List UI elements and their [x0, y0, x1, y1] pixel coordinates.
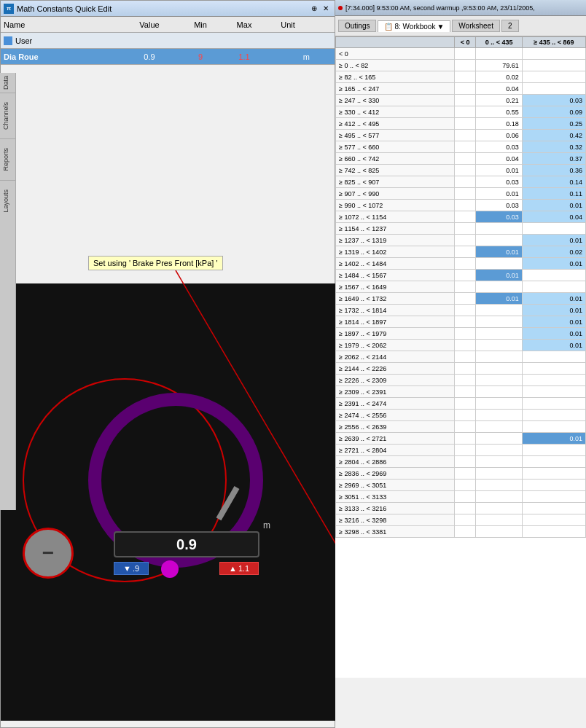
col2-cell: 0.25: [522, 118, 585, 130]
col2-cell: [522, 351, 585, 363]
col1-cell: 0.01: [476, 270, 522, 281]
data-table-container[interactable]: < 0 0 .. < 435 ≥ 435 .. < 869 < 0≥ 0 .. …: [335, 36, 586, 678]
col2-cell: 0.01: [522, 235, 585, 246]
table-row: ≥ 907 .. < 9900.010.11: [336, 188, 586, 200]
col2-cell: 0.01: [522, 340, 585, 351]
col0-cell: [454, 410, 476, 421]
col0-cell: [454, 316, 476, 328]
value-display[interactable]: 0.9: [114, 531, 259, 557]
col2-cell: 0.03: [522, 95, 585, 106]
row-max[interactable]: 1.1: [222, 52, 266, 61]
pin-button[interactable]: ⊕: [308, 3, 320, 15]
th-col1-text: 0 .. < 435: [485, 39, 513, 46]
row-name: Dia Roue: [4, 52, 120, 61]
window-title: Math Constants Quick Edit: [17, 4, 308, 13]
col1-cell: 0.06: [476, 130, 522, 141]
table-row: ≥ 825 .. < 9070.030.14: [336, 176, 586, 188]
col0-cell: [454, 281, 476, 293]
table-row: ≥ 660 .. < 7420.040.37: [336, 153, 586, 165]
table-row: ≥ 2804 .. < 2886: [336, 456, 586, 468]
col0-cell: [454, 258, 476, 270]
col2-cell: [522, 223, 585, 235]
th-col0: < 0: [454, 37, 476, 48]
table-row: ≥ 3133 .. < 3216: [336, 503, 586, 514]
col2-cell: 0.04: [522, 211, 585, 223]
col0-cell: [454, 48, 476, 60]
dia-roue-row[interactable]: Dia Roue 0.9 9 1.1 m: [1, 49, 335, 65]
minus-button[interactable]: −: [23, 528, 74, 579]
table-row: ≥ 2391 .. < 2474: [336, 398, 586, 410]
range-cell: ≥ 2391 .. < 2474: [336, 398, 455, 410]
tooltip: Set using ' Brake Pres Front [kPa] ': [88, 256, 223, 270]
col1-cell: [476, 514, 522, 526]
sidebar-item-reports[interactable]: Reports: [0, 145, 12, 174]
table-body: < 0≥ 0 .. < 8279.61≥ 82 .. < 1650.02≥ 16…: [336, 48, 586, 538]
range-cell: ≥ 1484 .. < 1567: [336, 270, 455, 281]
col2-cell: 0.01: [522, 316, 585, 328]
table-row: ≥ 247 .. < 3300.210.03: [336, 95, 586, 106]
range-cell: ≥ 247 .. < 330: [336, 95, 455, 106]
max-arrow-icon: ▲: [229, 564, 237, 573]
row-value[interactable]: 0.9: [120, 52, 179, 61]
col2-cell: [522, 526, 585, 538]
col1-cell: 0.18: [476, 118, 522, 130]
col2-cell: 0.14: [522, 176, 585, 188]
col2-cell: [522, 398, 585, 410]
col2-cell: [522, 503, 585, 514]
range-cell: ≥ 2474 .. < 2556: [336, 410, 455, 421]
table-row: ≥ 2556 .. < 2639: [336, 421, 586, 433]
range-cell: ≥ 825 .. < 907: [336, 176, 455, 188]
table-row: ≥ 1154 .. < 1237: [336, 223, 586, 235]
table-row: ≥ 1484 .. < 15670.01: [336, 270, 586, 281]
min-button[interactable]: ▼ .9: [114, 562, 149, 575]
col1-cell: 0.04: [476, 83, 522, 95]
sidebar-item-layouts[interactable]: Layouts: [0, 187, 12, 216]
sidebar-item-channels[interactable]: Channels: [0, 99, 12, 133]
table-row: ≥ 1979 .. < 20620.01: [336, 340, 586, 351]
row-min[interactable]: 9: [179, 52, 222, 61]
range-cell: ≥ 1319 .. < 1402: [336, 246, 455, 258]
col0-cell: [454, 141, 476, 153]
col1-cell: 0.01: [476, 246, 522, 258]
col2-cell: 0.32: [522, 141, 585, 153]
workbook-button[interactable]: 📋 8: Workbook ▼: [378, 20, 450, 32]
col0-cell: [454, 526, 476, 538]
col0-cell: [454, 200, 476, 211]
range-cell: ≥ 3298 .. < 3381: [336, 526, 455, 538]
range-cell: ≥ 1402 .. < 1484: [336, 258, 455, 270]
pi-icon: π: [4, 4, 14, 14]
col0-cell: [454, 118, 476, 130]
table-row: ≥ 412 .. < 4950.180.25: [336, 118, 586, 130]
range-cell: ≥ 907 .. < 990: [336, 188, 455, 200]
close-button[interactable]: ✕: [320, 3, 332, 15]
sidebar-item-data[interactable]: Data: [0, 73, 12, 93]
outings-button[interactable]: Outings: [338, 20, 376, 32]
workbook-arrow: ▼: [437, 23, 444, 31]
col2-cell: [522, 363, 585, 375]
col0-cell: [454, 398, 476, 410]
col0-cell: [454, 211, 476, 223]
col0-cell: [454, 106, 476, 118]
extra-button[interactable]: 2: [501, 20, 519, 32]
table-row: ≥ 2226 .. < 2309: [336, 375, 586, 386]
title-bar: π Math Constants Quick Edit ⊕ ✕: [1, 1, 335, 17]
col2-cell: 0.36: [522, 165, 585, 176]
col1-cell: [476, 235, 522, 246]
col1-cell: [476, 375, 522, 386]
col1-cell: [476, 491, 522, 503]
th-range: [336, 37, 455, 48]
data-table: < 0 0 .. < 435 ≥ 435 .. < 869 < 0≥ 0 .. …: [335, 36, 586, 538]
range-cell: ≥ 3133 .. < 3216: [336, 503, 455, 514]
table-row: ≥ 1072 .. < 11540.030.04: [336, 211, 586, 223]
workbook-label: 8: Workbook: [394, 23, 435, 31]
col1-cell: [476, 305, 522, 316]
right-title-text: [7:34.000] 9:53:00 AM, second warmup ,9:…: [345, 4, 535, 12]
col2-cell: [522, 60, 585, 71]
max-button[interactable]: ▲ 1.1: [219, 562, 259, 575]
col1-cell: 0.01: [476, 165, 522, 176]
col0-cell: [454, 246, 476, 258]
col1-cell: 0.03: [476, 200, 522, 211]
tooltip-text: Set using ' Brake Pres Front [kPa] ': [93, 259, 218, 267]
worksheet-button[interactable]: Worksheet: [452, 20, 500, 32]
col2-cell: 0.01: [522, 293, 585, 305]
